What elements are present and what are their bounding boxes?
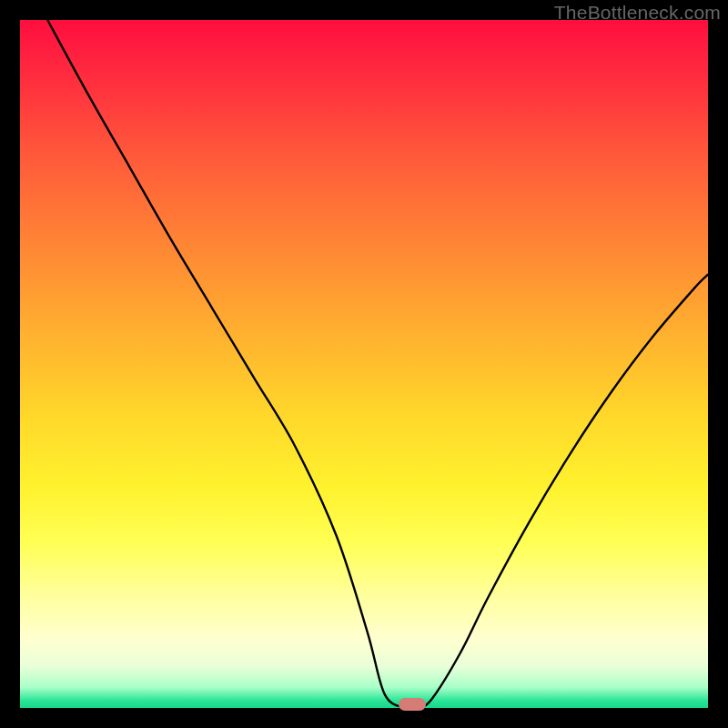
optimal-point-marker	[399, 698, 426, 711]
plot-area	[20, 20, 708, 708]
bottleneck-curve-path	[47, 20, 708, 708]
watermark-text: TheBottleneck.com	[554, 2, 721, 24]
curve-svg	[20, 20, 708, 708]
chart-frame: TheBottleneck.com	[0, 0, 728, 728]
